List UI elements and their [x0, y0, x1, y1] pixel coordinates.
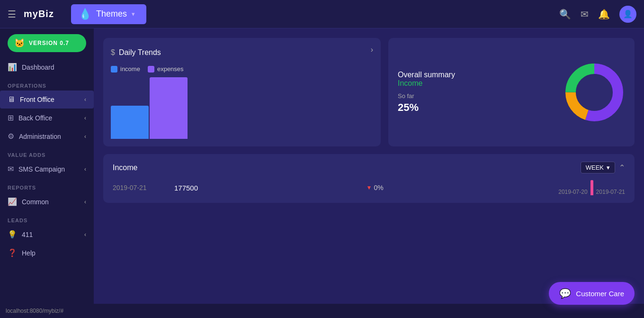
themes-label: Themes [96, 9, 127, 19]
themes-tab[interactable]: 💧 Themes ▾ [71, 4, 146, 24]
daily-trends-title: Daily Trends [119, 48, 161, 57]
income-title: Income [113, 164, 137, 172]
avatar[interactable]: 👤 [619, 6, 636, 23]
summary-so-far-label: So far [398, 92, 554, 100]
common-icon: 📈 [8, 197, 17, 206]
chevron-left-icon: ‹ [84, 199, 86, 205]
sidebar-item-label: SMS Campaign [18, 165, 65, 173]
income-amount: 177500 [174, 184, 367, 192]
chevron-right-icon[interactable]: › [371, 45, 373, 54]
app-name: myBiz [24, 9, 54, 19]
leads-icon: 💡 [8, 230, 17, 239]
back-office-icon: ⊞ [8, 113, 14, 122]
sidebar-item-common[interactable]: 📈 Common ‹ [0, 192, 94, 211]
sidebar-item-label: Dashboard [22, 64, 54, 71]
svg-point-4 [577, 75, 611, 109]
income-change: ▼ 0% [367, 184, 559, 191]
statusbar: localhost:8080/mybiz/# [0, 304, 644, 318]
search-icon[interactable]: 🔍 [559, 9, 571, 20]
sidebar-section-value-adds: VALUE ADDS [0, 145, 94, 160]
help-icon: ❓ [8, 248, 17, 257]
chevron-left-icon: ‹ [84, 115, 86, 121]
chevron-left-icon: ‹ [84, 133, 86, 140]
sidebar-section-reports: REPORTS [0, 178, 94, 192]
legend-income: income [111, 65, 140, 73]
customer-care-label: Customer Care [576, 290, 624, 298]
sidebar-item-administration[interactable]: ⚙ Administration ‹ [0, 127, 94, 145]
mini-bar-label-1: 2019-07-20 [558, 189, 587, 195]
version-button[interactable]: 🐱 VERSION 0.7 [8, 34, 86, 52]
chevron-left-icon: ‹ [84, 166, 86, 173]
chart-bars [111, 77, 373, 139]
income-row: 2019-07-21 177500 ▼ 0% 2019-07-20 2019-0… [113, 180, 625, 195]
main-content: $ Daily Trends › income expenses [94, 28, 644, 304]
topbar: ☰ myBiz 💧 Themes ▾ 🔍 ✉ 🔔 👤 [0, 0, 644, 28]
donut-chart [564, 62, 625, 123]
sidebar: 🐱 VERSION 0.7 📊 Dashboard OPERATIONS 🖥 F… [0, 28, 94, 304]
dashboard-icon: 📊 [8, 63, 17, 72]
chart-legend: income expenses [111, 65, 373, 73]
sidebar-item-label: Front Office [20, 96, 54, 103]
topbar-left: ☰ myBiz [8, 9, 54, 20]
mini-bar-label-2: 2019-07-21 [596, 189, 625, 195]
income-label: income [120, 65, 140, 73]
dollar-icon: $ [111, 48, 115, 57]
expenses-label: expenses [157, 65, 184, 73]
sidebar-section-leads: LEADS [0, 211, 94, 225]
income-change-percent: 0% [374, 184, 384, 191]
sidebar-section-operations: OPERATIONS [0, 76, 94, 91]
sms-icon: ✉ [8, 164, 14, 173]
week-dropdown[interactable]: WEEK ▾ [581, 162, 615, 173]
themes-drop-icon: 💧 [79, 8, 91, 20]
sidebar-item-label: Back Office [18, 114, 52, 122]
sidebar-item-front-office[interactable]: 🖥 Front Office ‹ [0, 91, 94, 109]
income-dot [111, 66, 117, 73]
sidebar-item-back-office[interactable]: ⊞ Back Office ‹ [0, 109, 94, 127]
expenses-bar [150, 77, 188, 139]
sidebar-item-411[interactable]: 💡 411 ‹ [0, 225, 94, 244]
chevron-left-icon: ‹ [84, 96, 86, 103]
main-layout: 🐱 VERSION 0.7 📊 Dashboard OPERATIONS 🖥 F… [0, 28, 644, 304]
chevron-left-icon: ‹ [84, 231, 86, 238]
mini-bar [590, 180, 593, 195]
sidebar-item-help[interactable]: ❓ Help [0, 244, 94, 262]
income-mini-chart: 2019-07-20 2019-07-21 [558, 180, 625, 195]
legend-expenses: expenses [148, 65, 184, 73]
mail-icon[interactable]: ✉ [581, 9, 589, 20]
sidebar-item-label: Common [22, 198, 49, 206]
overall-summary-card: Overall summary Income So far 25% [388, 38, 635, 146]
income-controls: WEEK ▾ ⌃ [581, 162, 625, 173]
top-row: $ Daily Trends › income expenses [103, 38, 635, 146]
sidebar-item-label: Administration [19, 133, 61, 140]
expenses-dot [148, 66, 154, 73]
overall-summary-title: Overall summary [398, 71, 554, 79]
chevron-down-icon: ▾ [132, 10, 135, 18]
customer-care-button[interactable]: 💬 Customer Care [549, 282, 635, 305]
daily-trends-card: $ Daily Trends › income expenses [103, 38, 381, 146]
summary-percent: 25% [398, 101, 554, 114]
income-header: Income WEEK ▾ ⌃ [113, 162, 625, 173]
chat-icon: 💬 [559, 288, 571, 299]
summary-left: Overall summary Income So far 25% [398, 71, 554, 114]
sidebar-item-label: 411 [22, 231, 33, 238]
version-label: VERSION 0.7 [29, 40, 69, 46]
topbar-right: 🔍 ✉ 🔔 👤 [559, 6, 636, 23]
administration-icon: ⚙ [8, 132, 14, 141]
bar-group-1 [111, 77, 188, 139]
week-label: WEEK [586, 164, 604, 171]
summary-income-label: Income [398, 79, 554, 88]
income-date: 2019-07-21 [113, 184, 174, 191]
sidebar-item-sms-campaign[interactable]: ✉ SMS Campaign ‹ [0, 160, 94, 178]
mini-bar-container [590, 180, 593, 195]
bell-icon[interactable]: 🔔 [598, 9, 610, 20]
collapse-button[interactable]: ⌃ [619, 163, 625, 172]
hamburger-icon[interactable]: ☰ [8, 9, 16, 20]
front-office-icon: 🖥 [8, 95, 15, 104]
dropdown-arrow: ▾ [607, 164, 610, 171]
sidebar-item-dashboard[interactable]: 📊 Dashboard [0, 58, 94, 76]
income-card: Income WEEK ▾ ⌃ 2019-07-21 177500 ▼ 0% [103, 154, 635, 203]
sidebar-item-label: Help [22, 249, 36, 257]
status-url: localhost:8080/mybiz/# [6, 308, 63, 314]
github-icon: 🐱 [14, 38, 25, 48]
down-arrow-icon: ▼ [367, 184, 372, 191]
